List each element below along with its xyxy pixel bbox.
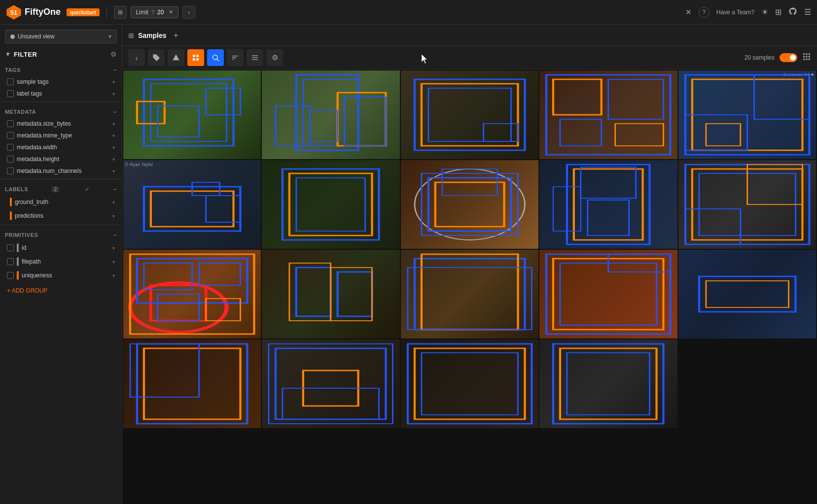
svg-rect-46 [144,187,241,231]
id-chevron: ▾ [112,245,115,251]
sidebar-item-metadata-height[interactable]: metadata.height ▾ [5,153,117,165]
svg-rect-66 [747,165,802,204]
sidebar-item-predictions[interactable]: predictions ▾ [5,209,117,223]
tags-collapse-icon[interactable]: − [113,66,117,74]
svg-rect-34 [428,88,511,141]
svg-line-8 [217,59,219,61]
grid-cell-11[interactable] [123,250,261,338]
sidebar-item-metadata-width[interactable]: metadata.width ▾ [5,141,117,153]
metadata-height-checkbox[interactable] [7,156,14,163]
metadata-size-label: metadata.size_bytes [17,120,109,127]
back-button[interactable]: ‹ [128,49,145,66]
tab-nav-forward[interactable]: › [182,6,195,19]
sidebar-item-sample-tags[interactable]: sample tags ▾ [5,76,117,88]
grid-cell-3[interactable] [401,70,538,159]
help-button[interactable]: ? [699,7,710,18]
label-filter-button[interactable] [168,49,184,66]
filter-header: ▼ FILTER ⚙ [0,46,122,62]
menu-icon[interactable]: ☰ [804,7,811,17]
dataset-badge[interactable]: quickstart [67,8,100,16]
id-checkbox[interactable] [7,244,14,251]
svg-rect-24 [158,106,199,137]
grid-cell-17[interactable] [262,339,399,428]
svg-rect-50 [283,169,379,240]
select-button[interactable] [187,49,204,66]
filepath-color [17,257,19,266]
add-tab-button[interactable]: + [171,30,181,41]
grid-cell-6[interactable]: © Ryan Taylor [123,160,261,249]
sidebar-item-filepath[interactable]: filepath ▾ [5,255,117,269]
grid-cell-7[interactable] [262,160,399,249]
search-button[interactable] [207,49,224,66]
sort-button[interactable] [227,49,244,66]
grid-cell-9[interactable] [539,160,677,249]
sidebar-item-uniqueness[interactable]: uniqueness ▾ [5,269,117,282]
label-tags-checkbox[interactable] [7,90,14,97]
tab-close-button[interactable]: ✕ [169,9,173,15]
tab-limit[interactable]: Limit ? 20 ✕ [131,6,179,18]
toggle-switch[interactable] [780,53,797,62]
svg-rect-76 [296,268,331,316]
content-area: ⊞ Samples + ‹ ⚙ [122,25,817,504]
grid-cell-16[interactable] [123,339,261,428]
sidebar-item-metadata-channels[interactable]: metadata.num_channels ▾ [5,165,117,177]
filepath-label: filepath [22,258,109,265]
labels-collapse-icon[interactable]: − [113,185,117,193]
svg-rect-19 [806,59,808,60]
metadata-size-checkbox[interactable] [7,120,14,127]
topbar-close-button[interactable]: ✕ [685,8,692,17]
sidebar-item-metadata-mime[interactable]: metadata.mime_type ▾ [5,130,117,141]
metadata-title: METADATA [5,109,36,115]
grid-cell-5[interactable]: Sweetness ★★★ [678,70,816,159]
grid-cell-19[interactable] [539,339,677,428]
grid-cell-13[interactable] [401,250,538,338]
svg-rect-86 [560,263,657,325]
grid-cell-12[interactable] [262,250,399,338]
tab-expand-button[interactable]: ⊞ [114,6,127,19]
sidebar-item-metadata-size[interactable]: metadata.size_bytes ▾ [5,118,117,130]
svg-rect-71 [137,259,248,303]
tags-header: TAGS − [5,66,117,74]
svg-rect-61 [588,200,629,235]
grid-apps-icon[interactable]: ⊞ [775,7,781,17]
filepath-checkbox[interactable] [7,258,14,265]
grid-cell-8[interactable] [401,160,538,249]
primitives-section: PRIMITIVES − id ▾ filepath ▾ uniqueness … [0,227,122,282]
svg-rect-87 [699,276,796,312]
metadata-collapse-icon[interactable]: − [113,108,117,116]
grid-cell-1[interactable] [123,70,261,159]
topbar-right: ✕ ? Have a Team? ☀ ⊞ ☰ [685,7,811,18]
add-group-button[interactable]: + ADD GROUP [0,282,122,299]
primitives-collapse-icon[interactable]: − [113,231,117,239]
grid-cell-14[interactable] [539,250,677,338]
view-selector[interactable]: Unsaved view ▾ [5,30,117,43]
have-team-text[interactable]: Have a Team? [716,9,754,16]
metadata-width-checkbox[interactable] [7,144,14,151]
filter-settings-icon[interactable]: ⚙ [110,50,117,58]
uniqueness-checkbox[interactable] [7,272,14,279]
grid-cell-18[interactable] [401,339,538,428]
svg-rect-12 [803,53,805,55]
metadata-mime-checkbox[interactable] [7,132,14,139]
sample-tags-checkbox[interactable] [7,78,14,85]
settings-button[interactable]: ⚙ [266,49,283,66]
list-button[interactable] [247,49,263,66]
svg-rect-54 [428,178,511,231]
github-icon[interactable] [788,7,797,18]
svg-rect-56 [422,173,518,235]
sidebar-item-ground-truth[interactable]: ground_truth ▾ [5,195,117,209]
grid-cell-4[interactable] [539,70,677,159]
grid-cell-10[interactable] [678,160,816,249]
metadata-channels-checkbox[interactable] [7,168,14,174]
grid-cell-15[interactable] [678,250,816,338]
tag-button[interactable] [148,49,165,66]
predictions-color [10,211,12,220]
svg-rect-43 [754,75,809,119]
sidebar-item-id[interactable]: id ▾ [5,241,117,255]
grid-view-button[interactable] [802,52,811,63]
brightness-icon[interactable]: ☀ [761,7,768,17]
grid-cell-2[interactable] [262,70,399,159]
svg-rect-32 [415,79,525,150]
svg-rect-55 [435,182,504,227]
sidebar-item-label-tags[interactable]: label tags ▾ [5,88,117,100]
